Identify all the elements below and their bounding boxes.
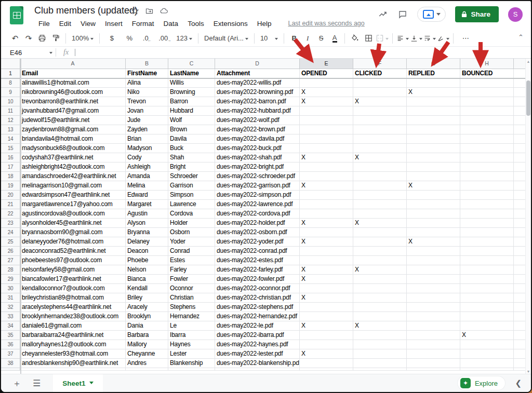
cell-bounced[interactable] [460, 191, 514, 200]
row-number[interactable]: 11 [1, 106, 20, 116]
row-number[interactable]: 1 [1, 69, 20, 78]
cell-clicked[interactable] [353, 284, 407, 293]
cell-replied[interactable] [407, 349, 460, 359]
menu-file[interactable]: File [34, 19, 55, 29]
cell-firstname[interactable]: Barbara [126, 331, 168, 340]
header-replied[interactable]: REPLIED [407, 69, 460, 78]
cell-lastname[interactable]: Buck [168, 144, 215, 153]
cell-email[interactable]: ashleighbright42@outlook.com [20, 162, 126, 172]
all-sheets-icon[interactable]: ☰ [33, 378, 41, 389]
cell-email[interactable]: andresblankenship90@earthlink.net [20, 359, 126, 368]
text-color-button[interactable]: A [328, 32, 341, 45]
cloud-status-icon[interactable] [159, 7, 169, 15]
cell-lastname[interactable]: Garrison [168, 181, 215, 191]
row-number[interactable]: 14 [1, 134, 20, 144]
cell-lastname[interactable]: Holder [168, 219, 215, 228]
cell-clicked[interactable] [353, 349, 407, 359]
cell-bounced[interactable] [460, 106, 514, 116]
cell-lastname[interactable]: Barron [168, 97, 215, 106]
cell-opened[interactable] [300, 134, 353, 144]
cell-lastname[interactable]: Wolf [168, 116, 215, 125]
cell-lastname[interactable]: Schroeder [168, 172, 215, 181]
row-number[interactable]: 31 [1, 293, 20, 303]
cell-attachment[interactable]: dues-may2022-davila.pdf [215, 134, 300, 144]
cell-opened[interactable] [300, 106, 353, 116]
cell-email[interactable]: delaneyyoder76@hotmail.com [20, 237, 126, 247]
cell-replied[interactable] [407, 97, 460, 106]
cell-bounced[interactable] [460, 209, 514, 219]
cell-opened[interactable] [300, 312, 353, 321]
cell-firstname[interactable]: Andres [126, 359, 168, 368]
row-number[interactable]: 34 [1, 321, 20, 331]
row-number[interactable]: 23 [1, 219, 20, 228]
cell-email[interactable]: jovanhubbard47@gmail.com [20, 106, 126, 116]
cell-attachment[interactable]: dues-may2022-oconnor.pdf [215, 284, 300, 293]
cell-clicked[interactable]: X [353, 97, 407, 106]
cell-replied[interactable] [407, 209, 460, 219]
cell-opened[interactable] [300, 247, 353, 256]
row-number[interactable]: 25 [1, 237, 20, 247]
cell-email[interactable]: aracelystephens44@earthlink.net [20, 303, 126, 312]
cell-bounced[interactable] [460, 181, 514, 191]
cell-attachment[interactable]: dues-may2022-bright.pdf [215, 162, 300, 172]
cell-clicked[interactable] [353, 209, 407, 219]
more-formats-button[interactable]: 123 [174, 32, 194, 45]
cell-email[interactable]: brileychristian89@hotmail.com [20, 293, 126, 303]
cell-email[interactable]: bryannaosborn90@gmail.com [20, 228, 126, 237]
row-number[interactable]: 9 [1, 88, 20, 97]
cell-attachment[interactable]: dues-may2022-cordova.pdf [215, 209, 300, 219]
cell-bounced[interactable] [460, 134, 514, 144]
cell-attachment[interactable]: dues-may2022-haynes.pdf [215, 340, 300, 349]
font-select[interactable]: Default (Ari... [202, 32, 250, 45]
column-header-a[interactable]: A [20, 59, 126, 69]
cell-opened[interactable] [300, 228, 353, 237]
cell-replied[interactable] [407, 172, 460, 181]
cell-opened[interactable]: X [300, 181, 353, 191]
cell-replied[interactable] [407, 247, 460, 256]
cell-clicked[interactable] [353, 200, 407, 209]
borders-button[interactable] [362, 32, 375, 45]
header-lastname[interactable]: LastName [168, 69, 215, 78]
row-number[interactable]: 21 [1, 200, 20, 209]
cell-opened[interactable]: X [300, 349, 353, 359]
cell-bounced[interactable] [460, 340, 514, 349]
cell-replied[interactable] [407, 106, 460, 116]
menu-extensions[interactable]: Extensions [209, 19, 252, 29]
cell-firstname[interactable]: Ashleigh [126, 162, 168, 172]
increase-decimal-button[interactable]: .00→ [156, 32, 173, 45]
cell-lastname[interactable]: Lester [168, 349, 215, 359]
present-button[interactable] [417, 7, 446, 22]
row-number[interactable]: 17 [1, 162, 20, 172]
menu-edit[interactable]: Edit [55, 19, 76, 29]
cell-opened[interactable] [300, 284, 353, 293]
cell-bounced[interactable] [460, 219, 514, 228]
document-title[interactable]: Club members (updated) [34, 5, 138, 16]
cell-firstname[interactable]: Zayden [126, 125, 168, 134]
cell-bounced[interactable] [460, 172, 514, 181]
cell-lastname[interactable]: Shah [168, 153, 215, 162]
cell-clicked[interactable] [353, 359, 407, 368]
menu-data[interactable]: Data [159, 19, 183, 29]
menu-insert[interactable]: Insert [100, 19, 127, 29]
comments-icon[interactable] [397, 10, 408, 19]
last-edit-link[interactable]: Last edit was seconds ago [283, 19, 369, 29]
cell-bounced[interactable] [460, 312, 514, 321]
cell-lastname[interactable]: Oconnor [168, 284, 215, 293]
cell-email[interactable]: nikobrowning46@outlook.com [20, 88, 126, 97]
cell-opened[interactable]: X [300, 97, 353, 106]
cell-firstname[interactable]: Agustin [126, 209, 168, 219]
cell-lastname[interactable]: Christian [168, 293, 215, 303]
cell-email[interactable]: agustincordova8@outlook.com [20, 209, 126, 219]
bold-button[interactable]: B [288, 32, 300, 45]
cell-opened[interactable] [300, 359, 353, 368]
cell-lastname[interactable]: Davila [168, 134, 215, 144]
cell-email[interactable]: malloryhaynes12@outlook.com [20, 340, 126, 349]
cell-email[interactable]: alysonholder45@earthlink.net [20, 219, 126, 228]
header-email[interactable]: Email [20, 69, 126, 78]
cell-bounced[interactable] [460, 200, 514, 209]
cell-bounced[interactable] [460, 284, 514, 293]
cell-clicked[interactable] [353, 293, 407, 303]
cell-replied[interactable] [407, 228, 460, 237]
cell-lastname[interactable]: Fowler [168, 275, 215, 284]
row-number[interactable]: 20 [1, 191, 20, 200]
